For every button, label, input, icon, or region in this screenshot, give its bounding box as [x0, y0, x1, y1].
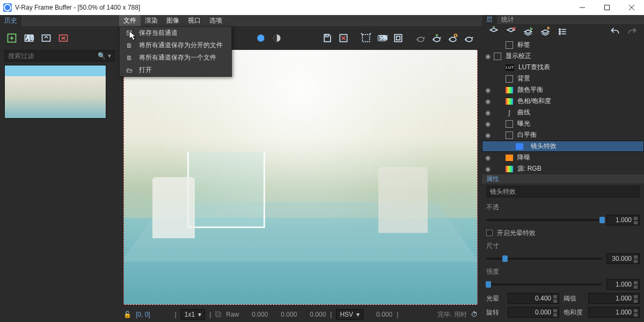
teapot-interactive-icon[interactable]	[445, 31, 460, 46]
layer-label: 降噪	[517, 153, 530, 162]
window-close-button[interactable]	[619, 0, 644, 15]
visibility-toggle-icon[interactable]: ◉	[482, 165, 494, 173]
menu-save-all-single[interactable]: 🗎将所有通道保存为一个文件	[120, 52, 231, 64]
opacity-value[interactable]: 1.000	[606, 215, 640, 225]
menu-viewport[interactable]: 视口	[184, 15, 205, 26]
layer-row[interactable]: ◉曝光	[482, 118, 644, 129]
layer-row[interactable]: ◉色相/饱和度	[482, 96, 644, 107]
layer-row[interactable]: ◉显示校正	[482, 50, 644, 62]
history-add-icon[interactable]	[4, 31, 19, 46]
teapot-stop-icon[interactable]	[413, 31, 428, 46]
menu-save-all-separate[interactable]: 🗎将所有通道保存为分开的文件	[120, 39, 231, 52]
channel-alpha-icon[interactable]	[269, 31, 284, 46]
intensity-value[interactable]: 1.000	[606, 279, 640, 290]
window-minimize-button[interactable]	[570, 0, 595, 15]
intensity-slider[interactable]	[486, 283, 602, 286]
glow-checkbox[interactable]	[486, 230, 493, 236]
stopwatch-icon[interactable]: ⏱	[471, 311, 478, 318]
menu-render[interactable]: 渲染	[141, 15, 162, 26]
visibility-toggle-icon[interactable]: ◉	[482, 154, 494, 162]
layer-label: 标签	[517, 40, 530, 49]
layer-row[interactable]: 镜头特效	[482, 141, 644, 152]
tab-layers[interactable]: 层	[482, 15, 497, 24]
saturation-label: 饱和度	[564, 308, 584, 317]
tab-stats[interactable]: 统计	[497, 15, 518, 24]
saturation-value[interactable]: 1.000	[588, 307, 640, 318]
size-value[interactable]: 30.000	[606, 253, 640, 264]
layer-add-icon[interactable]	[486, 24, 501, 39]
search-icon: 🔍	[98, 52, 106, 60]
channel-rgb-icon[interactable]	[253, 31, 268, 46]
layer-label: 颜色平衡	[517, 85, 543, 94]
layer-label: 背景	[517, 74, 530, 83]
status-mode: Raw	[226, 311, 239, 318]
svg-text:A: A	[26, 35, 30, 41]
layer-type-icon	[506, 131, 513, 139]
layer-save-icon[interactable]	[521, 24, 536, 39]
lock-icon[interactable]: 🔓	[123, 311, 131, 318]
menu-options[interactable]: 选项	[205, 15, 226, 26]
teapot-plain-icon[interactable]	[462, 31, 477, 46]
zoom-level-icon[interactable]: 50%	[375, 31, 390, 46]
layer-type-icon	[516, 143, 523, 150]
rotate-value[interactable]: 0.000	[508, 307, 559, 318]
visibility-toggle-icon[interactable]: ◉	[482, 120, 494, 128]
history-tab[interactable]: 历史	[0, 15, 21, 26]
layer-row[interactable]: ◉降噪	[482, 152, 644, 163]
layer-row[interactable]: ◉曲线	[482, 107, 644, 118]
redo-icon[interactable]	[625, 24, 640, 39]
history-load-icon[interactable]	[39, 31, 54, 46]
undo-icon[interactable]	[608, 24, 623, 39]
status-grid-select[interactable]: 1x1▾	[181, 309, 205, 320]
window-maximize-button[interactable]	[595, 0, 619, 15]
clear-icon[interactable]	[336, 31, 351, 46]
layer-row[interactable]: ◉白平衡	[482, 129, 644, 141]
visibility-toggle-icon[interactable]: ◉	[482, 53, 494, 60]
bloom-value[interactable]: 0.400	[508, 293, 559, 304]
visibility-toggle-icon[interactable]: ◉	[482, 98, 494, 105]
layer-label: 显示校正	[506, 52, 531, 61]
layer-load-icon[interactable]	[538, 24, 553, 39]
menu-image[interactable]: 图像	[162, 15, 184, 26]
history-search[interactable]: 🔍 ▾	[4, 50, 115, 62]
size-slider[interactable]	[486, 258, 602, 260]
render-viewport[interactable]	[123, 50, 478, 305]
threshold-value[interactable]: 1.000	[588, 293, 640, 304]
svg-text:%: %	[384, 35, 388, 41]
visibility-toggle-icon[interactable]: ◉	[482, 86, 494, 94]
history-compare-icon[interactable]: AB	[21, 31, 36, 46]
layers-list: 标签◉显示校正LUTLUT查找表背景◉颜色平衡◉色相/饱和度◉曲线◉曝光◉白平衡…	[482, 39, 644, 174]
layer-delete-icon[interactable]	[503, 24, 518, 39]
history-search-input[interactable]	[8, 52, 98, 60]
svg-point-36	[559, 29, 561, 31]
layer-label: LUT查找表	[518, 63, 550, 72]
history-thumbnail[interactable]	[4, 65, 106, 119]
viewport-panel: 文件 渲染 图像 视口 选项 🖫保存当前通道 🗎将所有通道保存为分开的文件 🗎将…	[119, 15, 482, 322]
layer-row[interactable]: 背景	[482, 73, 644, 84]
menu-save-current-channel[interactable]: 🖫保存当前通道	[120, 27, 231, 39]
save-icon[interactable]	[320, 31, 335, 46]
save-single-icon: 🗎	[125, 54, 134, 62]
opacity-slider[interactable]	[486, 219, 602, 221]
chevron-down-icon[interactable]: ▾	[108, 52, 111, 60]
svg-rect-27	[394, 34, 401, 41]
visibility-toggle-icon[interactable]: ◉	[482, 109, 494, 116]
layer-row[interactable]: 标签	[482, 39, 644, 50]
status-colorspace-select[interactable]: HSV▾	[336, 309, 363, 320]
layer-list-icon[interactable]	[555, 24, 570, 39]
visibility-toggle-icon[interactable]: ◉	[482, 131, 494, 139]
layer-row[interactable]: ◉源: RGB	[482, 163, 644, 174]
history-delete-icon[interactable]	[56, 31, 71, 46]
status-v4: 0.000	[368, 311, 392, 318]
frame-icon[interactable]	[391, 31, 406, 46]
crop-icon[interactable]: ⿻	[215, 311, 222, 318]
menu-open[interactable]: 🗁打开	[120, 64, 231, 76]
menu-file[interactable]: 文件	[119, 15, 141, 26]
layer-type-icon	[506, 87, 513, 93]
layer-row[interactable]: LUTLUT查找表	[482, 62, 644, 73]
history-panel: 历史 AB 🔍 ▾	[0, 15, 119, 322]
layer-row[interactable]: ◉颜色平衡	[482, 84, 644, 96]
layer-label: 白平衡	[517, 130, 537, 140]
teapot-render-icon[interactable]	[429, 31, 444, 46]
region-icon[interactable]	[358, 31, 374, 46]
